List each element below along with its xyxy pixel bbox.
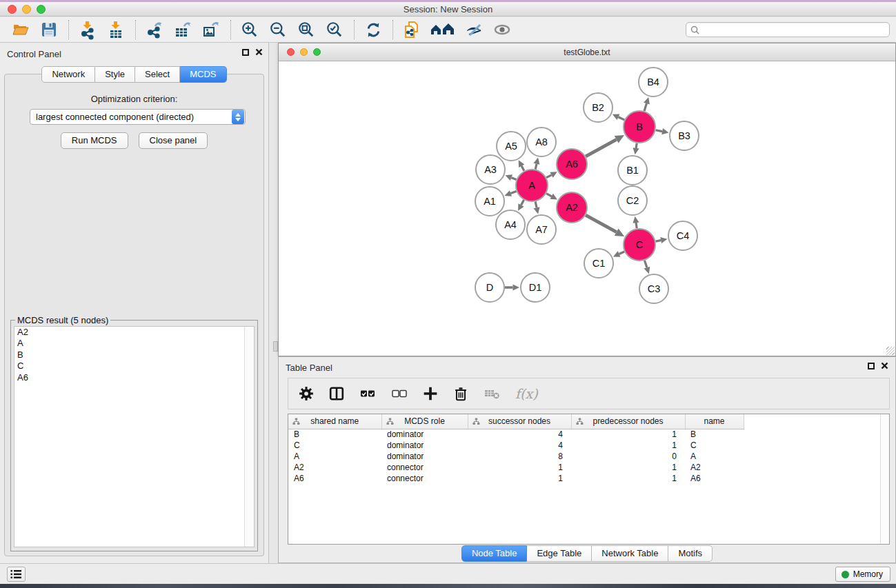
cell-mcds-role[interactable]: connector: [381, 462, 468, 473]
cell-successor-nodes[interactable]: 1: [468, 462, 571, 473]
graph-node-B3[interactable]: B3: [670, 121, 699, 150]
cell-successor-nodes[interactable]: 1: [468, 473, 571, 484]
graph-edge-B-B4[interactable]: [644, 103, 646, 111]
cell-mcds-role[interactable]: dominator: [381, 440, 468, 451]
tab-node-table[interactable]: Node Table: [461, 545, 528, 562]
zoom-fit-button[interactable]: [295, 19, 317, 40]
graph-node-C3[interactable]: C3: [639, 274, 668, 303]
cell-name[interactable]: A2: [685, 462, 744, 473]
graph-edge-A-A2[interactable]: [546, 194, 552, 196]
cell-shared-name[interactable]: B: [288, 429, 381, 440]
graph-node-A4[interactable]: A4: [496, 210, 525, 239]
mcds-result-item[interactable]: B: [14, 349, 254, 361]
graph-edge-B-B1[interactable]: [636, 143, 637, 148]
graph-edge-B-B2[interactable]: [618, 117, 624, 120]
column-header-predecessor-nodes[interactable]: predecessor nodes: [571, 414, 685, 429]
graph-node-C1[interactable]: C1: [584, 249, 613, 278]
graph-node-D[interactable]: D: [475, 273, 504, 302]
graph-edge-A-A3[interactable]: [511, 178, 516, 180]
graph-edge-C-C3[interactable]: [644, 261, 646, 267]
mcds-result-list[interactable]: A2ABCA6: [14, 326, 255, 547]
export-table-button[interactable]: [172, 19, 194, 40]
home-navigation-button[interactable]: [429, 19, 457, 40]
close-panel-icon[interactable]: [255, 48, 263, 56]
graph-node-A8[interactable]: A8: [527, 128, 556, 156]
cell-predecessor-nodes[interactable]: 1: [571, 473, 685, 484]
memory-button[interactable]: Memory: [835, 567, 890, 582]
show-panels-list-button[interactable]: [7, 567, 26, 582]
delete-table-button[interactable]: [484, 387, 500, 401]
close-panel-button[interactable]: Close panel: [139, 132, 208, 149]
close-panel-icon[interactable]: [881, 362, 888, 369]
export-network-button[interactable]: [143, 19, 166, 40]
search-box[interactable]: [686, 22, 890, 37]
graph-edge-C-C1[interactable]: [619, 252, 625, 254]
tab-style[interactable]: Style: [95, 66, 135, 83]
mcds-result-item[interactable]: C: [14, 361, 254, 372]
cell-mcds-role[interactable]: connector: [381, 473, 468, 484]
graph-edge-A-A1[interactable]: [510, 191, 516, 193]
import-table-button[interactable]: [105, 19, 127, 40]
graph-node-C[interactable]: C: [624, 229, 655, 261]
cell-predecessor-nodes[interactable]: 1: [571, 462, 685, 473]
save-session-button[interactable]: [38, 19, 60, 40]
cell-shared-name[interactable]: A: [288, 451, 381, 462]
cell-shared-name[interactable]: A6: [288, 473, 381, 484]
show-columns-button[interactable]: [329, 386, 344, 401]
select-all-columns-button[interactable]: [359, 387, 376, 401]
cell-shared-name[interactable]: A2: [288, 462, 381, 473]
table-row[interactable]: Cdominator41C: [288, 440, 744, 451]
graph-node-B2[interactable]: B2: [584, 93, 613, 122]
cell-predecessor-nodes[interactable]: 1: [571, 429, 685, 440]
show-eye-button[interactable]: [491, 19, 513, 40]
open-file-button[interactable]: [10, 19, 32, 40]
graph-node-C4[interactable]: C4: [668, 221, 697, 250]
graph-node-C2[interactable]: C2: [618, 186, 647, 215]
scrollbar-track[interactable]: [880, 414, 889, 544]
export-image-button[interactable]: [200, 19, 222, 40]
delete-columns-button[interactable]: [453, 386, 468, 401]
network-canvas[interactable]: AA1A2A3A4A5A6A7A8BB1B2B3B4CC1C2C3C4DD1: [279, 61, 895, 356]
cell-name[interactable]: A: [685, 451, 744, 462]
graph-node-B1[interactable]: B1: [618, 156, 647, 185]
graph-node-A1[interactable]: A1: [475, 187, 504, 216]
cell-successor-nodes[interactable]: 4: [468, 440, 571, 451]
graph-node-A5[interactable]: A5: [497, 132, 526, 161]
mcds-result-item[interactable]: A6: [14, 372, 254, 383]
cell-name[interactable]: C: [685, 440, 744, 451]
tab-network-table[interactable]: Network Table: [592, 545, 668, 562]
zoom-selected-button[interactable]: [323, 19, 346, 40]
graph-node-D1[interactable]: D1: [521, 273, 550, 302]
graph-node-A7[interactable]: A7: [527, 215, 556, 244]
window-resize-handle[interactable]: [886, 347, 895, 355]
graph-edge-B-B3[interactable]: [656, 130, 663, 132]
tab-network[interactable]: Network: [41, 66, 95, 83]
search-input[interactable]: [702, 25, 889, 34]
cell-successor-nodes[interactable]: 8: [468, 451, 571, 462]
tab-motifs[interactable]: Motifs: [668, 545, 713, 562]
float-panel-icon[interactable]: [868, 363, 875, 369]
function-builder-button[interactable]: f(x): [515, 386, 538, 401]
graph-edge-A-A4[interactable]: [521, 200, 524, 205]
cell-predecessor-nodes[interactable]: 1: [571, 440, 685, 451]
cell-mcds-role[interactable]: dominator: [381, 429, 468, 440]
split-divider-handle[interactable]: [273, 341, 278, 352]
refresh-button[interactable]: [362, 19, 384, 40]
run-mcds-button[interactable]: Run MCDS: [61, 132, 128, 149]
zoom-in-button[interactable]: [239, 19, 261, 40]
cell-shared-name[interactable]: C: [288, 440, 381, 451]
tab-edge-table[interactable]: Edge Table: [527, 545, 592, 562]
mcds-result-item[interactable]: A2: [14, 327, 254, 338]
create-column-button[interactable]: [423, 386, 438, 401]
network-window-titlebar[interactable]: testGlobe.txt: [279, 43, 895, 61]
column-header-successor-nodes[interactable]: successor nodes: [468, 414, 571, 429]
graph-node-B[interactable]: B: [624, 111, 655, 143]
graph-edge-C-C2[interactable]: [636, 223, 637, 228]
column-header-shared-name[interactable]: shared name: [288, 414, 381, 429]
graph-edge-A-A5[interactable]: [521, 166, 524, 171]
column-header-mcds-role[interactable]: MCDS role: [381, 414, 468, 429]
hide-panel-eye-button[interactable]: [463, 19, 485, 40]
cell-name[interactable]: A6: [685, 473, 744, 484]
graph-node-A6[interactable]: A6: [557, 149, 587, 179]
graph-edge-A-A7[interactable]: [535, 201, 537, 207]
